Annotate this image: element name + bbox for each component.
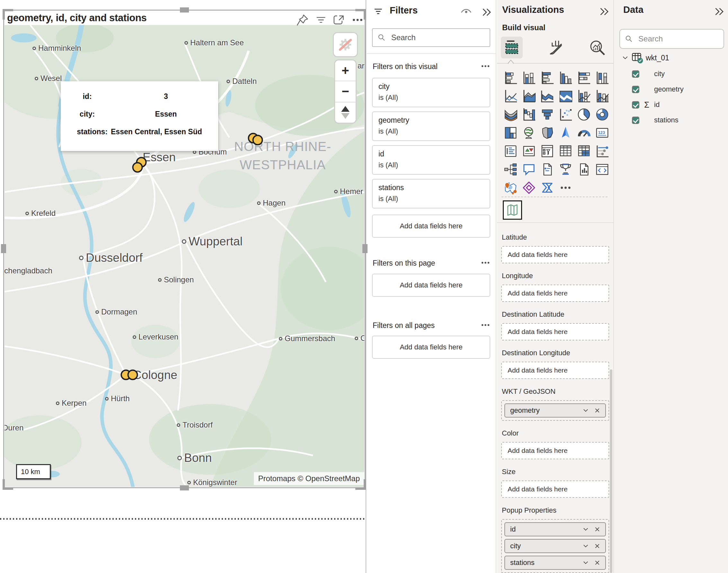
data-search-input[interactable] <box>638 34 719 44</box>
filters-search-input[interactable] <box>391 33 485 42</box>
page-filters-add-field-dropzone[interactable]: Add data fields here <box>372 274 490 297</box>
map-style-toggle-button[interactable] <box>333 32 358 57</box>
scrollbar-thumb[interactable] <box>610 369 612 573</box>
field-checkbox-checked[interactable] <box>632 86 639 93</box>
visual-type-icon[interactable] <box>520 142 538 160</box>
visual-type-icon[interactable] <box>520 178 538 197</box>
visual-header-icon[interactable] <box>314 13 328 27</box>
visual-type-icon[interactable] <box>557 124 575 142</box>
field-list-item[interactable]: geometry <box>614 82 728 97</box>
visual-type-icon[interactable] <box>502 105 520 124</box>
all-pages-filters-add-field-dropzone[interactable]: Add data fields here <box>372 335 490 359</box>
visual-type-icon[interactable] <box>557 87 575 105</box>
destination-longitude-dropzone[interactable]: Add data fields here <box>501 362 609 379</box>
latitude-dropzone[interactable]: Add data fields here <box>501 246 609 263</box>
tab-format-visual[interactable] <box>544 37 566 58</box>
visual-type-icon[interactable] <box>575 69 593 87</box>
visual-type-icon[interactable] <box>593 160 611 178</box>
resize-handle-bottom-right[interactable] <box>355 479 366 490</box>
data-point-marker[interactable] <box>133 162 143 173</box>
field-chip[interactable]: stations <box>504 556 606 570</box>
visual-filters-add-field-dropzone[interactable]: Add data fields here <box>372 215 490 238</box>
resize-handle-right[interactable] <box>362 244 368 253</box>
resize-handle-top-left[interactable] <box>3 9 13 19</box>
visual-type-icon[interactable] <box>557 105 575 124</box>
color-dropzone[interactable]: Add data fields here <box>501 442 609 459</box>
visual-type-icon[interactable] <box>557 142 575 160</box>
visual-type-icon[interactable] <box>520 87 538 105</box>
field-chip[interactable]: city <box>504 539 606 553</box>
chevron-down-icon[interactable] <box>621 53 630 62</box>
zoom-out-button[interactable]: − <box>335 81 356 102</box>
collapse-pane-icon[interactable] <box>480 6 492 19</box>
visual-type-icon[interactable] <box>502 124 520 142</box>
visual-type-icon[interactable] <box>538 105 557 124</box>
section-more-options-icon[interactable] <box>480 60 491 72</box>
visual-type-icon[interactable] <box>575 160 593 178</box>
chevron-down-icon[interactable] <box>581 559 590 567</box>
longitude-dropzone[interactable]: Add data fields here <box>501 284 609 302</box>
zoom-in-button[interactable]: + <box>335 60 356 81</box>
map-canvas[interactable]: NORTH RHINE- WESTPHALIA Hamminkeln Halte… <box>4 25 364 487</box>
visual-type-icon[interactable] <box>520 124 538 142</box>
filter-card[interactable]: geometry is (All) <box>372 111 490 141</box>
visual-type-icon[interactable] <box>593 69 611 87</box>
filter-card[interactable]: id is (All) <box>372 145 490 175</box>
popup-properties-well[interactable]: id city stations <box>501 519 609 573</box>
visual-type-icon[interactable] <box>557 178 575 197</box>
visual-type-icon[interactable] <box>538 178 557 197</box>
visual-type-icon[interactable] <box>593 105 611 124</box>
visual-type-icon[interactable] <box>520 160 538 178</box>
visual-type-icon[interactable] <box>538 160 557 178</box>
collapse-pane-icon[interactable] <box>712 5 725 18</box>
visual-type-icon[interactable] <box>502 87 520 105</box>
visual-type-icon[interactable]: 123 <box>593 124 611 142</box>
size-dropzone[interactable]: Add data fields here <box>501 480 609 498</box>
section-more-options-icon[interactable] <box>480 257 491 268</box>
data-point-marker[interactable] <box>127 370 138 380</box>
custom-map-visual-icon-selected[interactable] <box>503 200 522 220</box>
visual-type-icon[interactable] <box>538 142 557 160</box>
tilt-down-icon[interactable] <box>341 113 350 119</box>
chevron-down-icon[interactable] <box>581 542 590 550</box>
visual-type-icon[interactable] <box>538 69 557 87</box>
field-list-item[interactable]: Σ id <box>614 97 728 112</box>
visual-type-icon[interactable] <box>520 69 538 87</box>
tilt-up-icon[interactable] <box>341 106 350 112</box>
visual-type-icon[interactable] <box>538 124 557 142</box>
filter-card[interactable]: stations is (All) <box>372 179 490 208</box>
field-checkbox-checked[interactable] <box>632 70 639 78</box>
chevron-down-icon[interactable] <box>581 406 590 415</box>
remove-field-icon[interactable] <box>593 542 602 550</box>
resize-handle-top[interactable] <box>180 7 189 12</box>
visual-header-icon[interactable] <box>296 13 310 27</box>
visual-type-icon[interactable] <box>575 105 593 124</box>
visual-type-icon[interactable] <box>575 124 593 142</box>
tab-analytics[interactable] <box>586 37 608 58</box>
resize-handle-bottom-left[interactable] <box>3 479 13 490</box>
field-chip[interactable]: geometry <box>504 403 606 418</box>
section-more-options-icon[interactable] <box>480 319 491 331</box>
destination-latitude-dropzone[interactable]: Add data fields here <box>501 323 609 341</box>
collapse-pane-icon[interactable] <box>597 5 610 18</box>
table-tree-item[interactable]: wkt_01 <box>621 51 669 64</box>
tilt-control[interactable] <box>335 102 356 123</box>
visual-type-icon[interactable] <box>502 142 520 160</box>
visual-type-icon[interactable] <box>593 87 611 105</box>
visual-type-icon[interactable] <box>557 69 575 87</box>
data-search-box[interactable] <box>619 29 724 49</box>
chevron-down-icon[interactable] <box>581 525 590 533</box>
field-chip[interactable]: id <box>504 522 606 536</box>
field-checkbox-checked[interactable] <box>632 117 639 124</box>
field-list-item[interactable]: city <box>614 66 728 82</box>
field-checkbox-checked[interactable] <box>632 101 639 109</box>
filter-card[interactable]: city is (All) <box>372 78 490 107</box>
data-point-marker[interactable] <box>253 135 263 146</box>
filters-search-box[interactable] <box>372 28 490 47</box>
eye-icon[interactable] <box>460 6 473 19</box>
visual-type-icon[interactable] <box>557 160 575 178</box>
tab-build-visual[interactable] <box>501 37 523 58</box>
remove-field-icon[interactable] <box>593 525 602 533</box>
remove-field-icon[interactable] <box>593 406 602 415</box>
resize-handle-bottom[interactable] <box>180 485 189 490</box>
